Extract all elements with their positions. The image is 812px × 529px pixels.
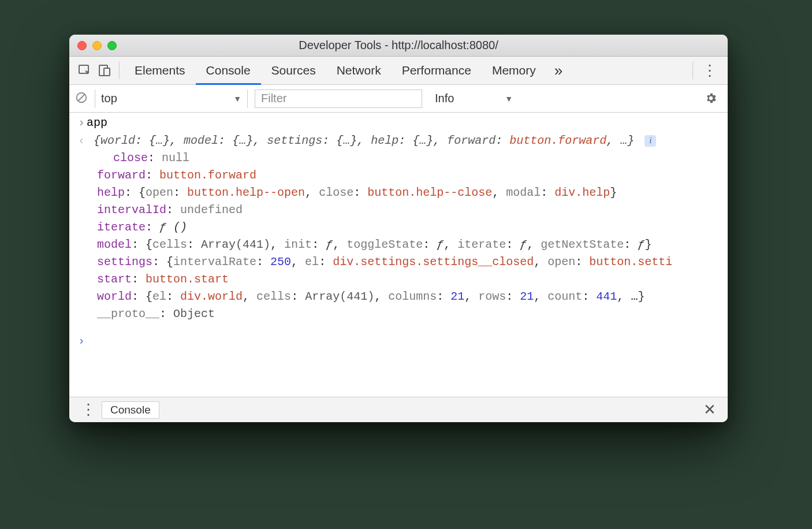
console-settings-icon[interactable] bbox=[700, 92, 722, 105]
console-input[interactable] bbox=[87, 332, 721, 350]
object-property[interactable]: ▶settings: {intervalRate: 250, el: div.s… bbox=[97, 254, 728, 271]
close-window-button[interactable] bbox=[77, 41, 87, 50]
object-property[interactable]: ▶forward: button.forward bbox=[97, 167, 728, 184]
filter-input[interactable] bbox=[255, 90, 422, 108]
object-preview[interactable]: ▼ {world: {…}, model: {…}, settings: {…}… bbox=[87, 132, 721, 150]
tab-sources[interactable]: Sources bbox=[261, 57, 326, 84]
panel-tabs: Elements Console Sources Network Perform… bbox=[124, 57, 546, 84]
clear-console-icon[interactable] bbox=[75, 91, 88, 106]
tab-console[interactable]: Console bbox=[196, 57, 261, 84]
close-drawer-icon[interactable]: ✕ bbox=[698, 401, 722, 419]
output-arrow-icon: ‹ bbox=[76, 132, 87, 150]
console-filterbar: top ▼ Info ▼ bbox=[69, 85, 728, 113]
zoom-window-button[interactable] bbox=[107, 41, 117, 50]
devtools-window: Developer Tools - http://localhost:8080/… bbox=[69, 35, 728, 422]
loglevel-dropdown[interactable]: Info ▼ bbox=[429, 90, 519, 108]
info-badge-icon[interactable]: i bbox=[645, 135, 656, 147]
window-title: Developer Tools - http://localhost:8080/ bbox=[69, 39, 728, 52]
panel-toolbar: Elements Console Sources Network Perform… bbox=[69, 57, 728, 85]
console-input-echo: app bbox=[87, 114, 721, 132]
tab-network[interactable]: Network bbox=[326, 57, 392, 84]
loglevel-value: Info bbox=[435, 92, 454, 105]
input-prompt-icon: › bbox=[76, 114, 87, 132]
settings-kebab-icon[interactable]: ⋮ bbox=[698, 62, 722, 80]
drawer-kebab-icon[interactable]: ⋮ bbox=[75, 401, 102, 419]
minimize-window-button[interactable] bbox=[92, 41, 102, 50]
object-property[interactable]: ▶model: {cells: Array(441), init: ƒ, tog… bbox=[97, 236, 728, 254]
object-property[interactable]: ▶iterate: ƒ () bbox=[97, 219, 728, 236]
chevron-down-icon: ▼ bbox=[233, 94, 241, 103]
console-output[interactable]: › app ‹ ▼ {world: {…}, model: {…}, setti… bbox=[69, 113, 728, 397]
object-property[interactable]: close: null bbox=[97, 150, 728, 167]
toolbar-divider bbox=[692, 62, 693, 79]
context-value: top bbox=[101, 92, 117, 105]
object-property[interactable]: ▶start: button.start bbox=[97, 271, 728, 288]
device-toolbar-icon[interactable] bbox=[95, 61, 114, 80]
object-property[interactable]: ▶help: {open: button.help--open, close: … bbox=[97, 184, 728, 202]
traffic-lights bbox=[77, 41, 117, 50]
object-property[interactable]: ▶__proto__: Object bbox=[97, 306, 728, 323]
object-property[interactable]: ▶world: {el: div.world, cells: Array(441… bbox=[97, 288, 728, 306]
tab-elements[interactable]: Elements bbox=[124, 57, 196, 84]
object-tree[interactable]: close: null▶forward: button.forward▶help… bbox=[69, 150, 728, 323]
object-property[interactable]: intervalId: undefined bbox=[97, 202, 728, 219]
tab-memory[interactable]: Memory bbox=[482, 57, 546, 84]
inspect-element-icon[interactable] bbox=[75, 61, 95, 80]
tab-performance[interactable]: Performance bbox=[392, 57, 482, 84]
drawer-tab-console[interactable]: Console bbox=[102, 401, 159, 419]
input-prompt-icon[interactable]: › bbox=[76, 332, 87, 350]
chevron-down-icon: ▼ bbox=[505, 94, 513, 103]
more-tabs-icon[interactable]: » bbox=[546, 62, 571, 80]
drawer-bar: ⋮ Console ✕ bbox=[69, 397, 728, 422]
toolbar-divider bbox=[119, 62, 120, 79]
context-dropdown[interactable]: top ▼ bbox=[95, 90, 248, 108]
titlebar: Developer Tools - http://localhost:8080/ bbox=[69, 35, 728, 57]
svg-rect-2 bbox=[104, 68, 110, 76]
